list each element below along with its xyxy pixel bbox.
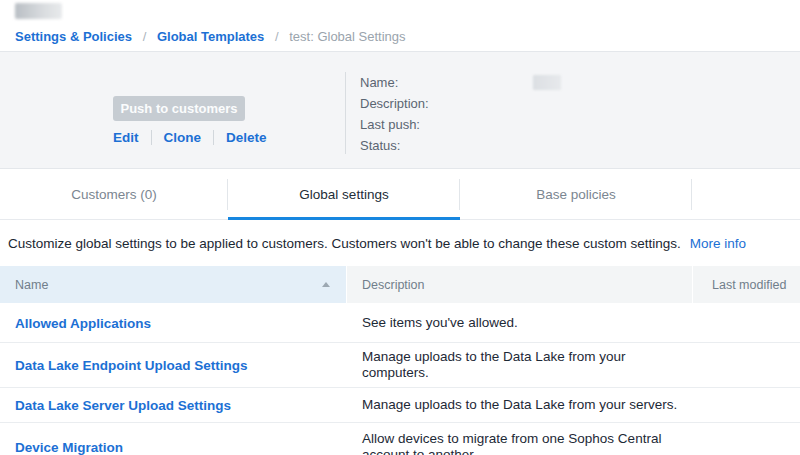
- global-settings-table: Name Description Last modified Allowed A…: [0, 266, 800, 455]
- tab-customers[interactable]: Customers (0): [0, 169, 228, 219]
- meta-row-name: Name:: [360, 72, 561, 93]
- meta-label-last-push: Last push:: [360, 117, 533, 132]
- delete-link[interactable]: Delete: [226, 130, 267, 145]
- breadcrumb-link-settings-policies[interactable]: Settings & Policies: [15, 29, 132, 44]
- action-divider: [213, 130, 214, 145]
- setting-description-cell: See items you've allowed.: [347, 309, 693, 337]
- setting-link-data-lake-endpoint[interactable]: Data Lake Endpoint Upload Settings: [15, 358, 248, 373]
- sort-ascending-icon: [322, 282, 330, 287]
- page: Settings & Policies / Global Templates /…: [0, 0, 800, 455]
- meta-row-description: Description:: [360, 93, 561, 114]
- table-row: Data Lake Endpoint Upload Settings Manag…: [0, 343, 800, 388]
- active-tab-indicator: [228, 217, 460, 220]
- column-header-name-label: Name: [15, 278, 48, 292]
- clone-link[interactable]: Clone: [164, 130, 202, 145]
- redacted-account-name: [15, 3, 62, 19]
- column-header-description[interactable]: Description: [347, 266, 693, 303]
- tab-base-policies[interactable]: Base policies: [460, 169, 692, 219]
- edit-link[interactable]: Edit: [113, 130, 139, 145]
- column-header-description-label: Description: [362, 278, 425, 292]
- breadcrumb-current-page: test: Global Settings: [289, 29, 405, 44]
- meta-label-name: Name:: [360, 75, 533, 90]
- column-header-last-modified[interactable]: Last modified: [693, 266, 800, 303]
- breadcrumb: Settings & Policies / Global Templates /…: [15, 29, 406, 45]
- table-row: Allowed Applications See items you've al…: [0, 303, 800, 343]
- setting-name-cell: Data Lake Endpoint Upload Settings: [0, 356, 347, 374]
- table-row: Data Lake Server Upload Settings Manage …: [0, 388, 800, 423]
- push-to-customers-button[interactable]: Push to customers: [113, 96, 245, 121]
- tab-global-settings[interactable]: Global settings: [228, 169, 460, 219]
- info-text: Customize global settings to be applied …: [8, 236, 681, 251]
- breadcrumb-separator: /: [275, 29, 279, 44]
- setting-name-cell: Device Migration: [0, 438, 347, 455]
- setting-link-data-lake-server[interactable]: Data Lake Server Upload Settings: [15, 398, 231, 413]
- table-row: Device Migration Allow devices to migrat…: [0, 423, 800, 455]
- setting-link-allowed-applications[interactable]: Allowed Applications: [15, 316, 151, 331]
- meta-label-status: Status:: [360, 138, 533, 153]
- column-header-last-modified-label: Last modified: [712, 278, 786, 292]
- tab-divider: [227, 179, 228, 210]
- tab-bar: Customers (0) Global settings Base polic…: [0, 169, 800, 220]
- tab-divider: [459, 179, 460, 210]
- setting-description-cell: Allow devices to migrate from one Sophos…: [347, 425, 693, 455]
- more-info-link[interactable]: More info: [690, 236, 746, 251]
- setting-description-cell: Manage uploads to the Data Lake from you…: [347, 391, 693, 419]
- template-meta: Name: Description: Last push: Status:: [360, 72, 561, 156]
- breadcrumb-separator: /: [143, 29, 147, 44]
- column-header-name[interactable]: Name: [0, 266, 347, 303]
- meta-row-last-push: Last push:: [360, 114, 561, 135]
- setting-description-cell: Manage uploads to the Data Lake from you…: [347, 343, 693, 387]
- tab-divider: [691, 179, 692, 210]
- action-divider: [151, 130, 152, 145]
- redacted-name-value: [533, 75, 561, 90]
- template-actions: Edit Clone Delete: [113, 128, 267, 146]
- table-header-row: Name Description Last modified: [0, 266, 800, 303]
- panel-vertical-divider: [345, 72, 346, 154]
- template-header-panel: Push to customers Edit Clone Delete Name…: [0, 51, 800, 169]
- breadcrumb-link-global-templates[interactable]: Global Templates: [157, 29, 264, 44]
- meta-row-status: Status:: [360, 135, 561, 156]
- setting-link-device-migration[interactable]: Device Migration: [15, 440, 123, 455]
- setting-name-cell: Allowed Applications: [0, 314, 347, 332]
- setting-name-cell: Data Lake Server Upload Settings: [0, 396, 347, 414]
- settings-info-text: Customize global settings to be applied …: [8, 236, 746, 251]
- meta-label-description: Description:: [360, 96, 533, 111]
